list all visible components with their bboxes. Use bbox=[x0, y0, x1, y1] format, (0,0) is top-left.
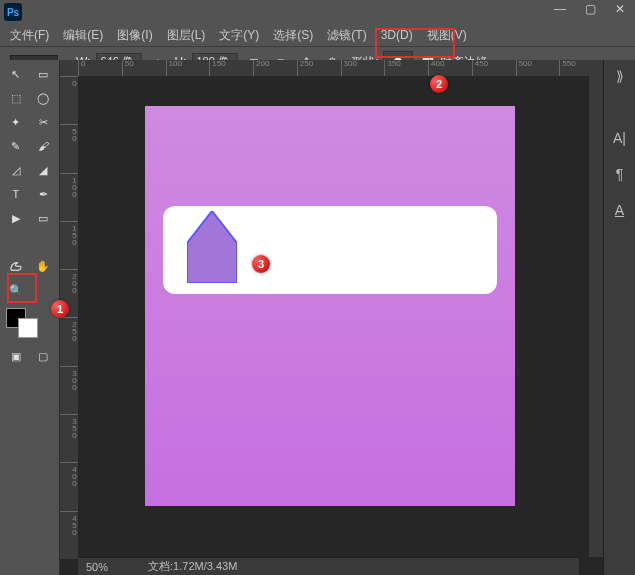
menu-3d[interactable]: 3D(D) bbox=[377, 26, 417, 44]
close-button[interactable]: ✕ bbox=[605, 0, 635, 18]
ruler-tick: 50 bbox=[60, 124, 78, 172]
scrollbar-vertical[interactable] bbox=[589, 76, 603, 557]
ruler-tick: 400 bbox=[60, 462, 78, 510]
ruler-tick: 0 bbox=[60, 76, 78, 124]
house-shape bbox=[187, 211, 237, 285]
canvas-area: 0 50 100 150 200 250 300 350 400 450 500… bbox=[60, 60, 603, 575]
move-tool[interactable]: ↖ bbox=[2, 62, 30, 86]
background-color[interactable] bbox=[18, 318, 38, 338]
minimize-button[interactable]: — bbox=[545, 0, 575, 18]
quick-select-tool[interactable]: ✦ bbox=[2, 110, 30, 134]
callout-3: 3 bbox=[252, 255, 270, 273]
ruler-corner bbox=[60, 60, 78, 76]
menu-image[interactable]: 图像(I) bbox=[113, 25, 156, 46]
ruler-tick: 350 bbox=[60, 414, 78, 462]
quickmask-tool[interactable]: ▣ bbox=[2, 344, 30, 368]
ruler-top: 0 50 100 150 200 250 300 350 400 450 500… bbox=[78, 60, 603, 76]
window: Ps — ▢ ✕ 文件(F) 编辑(E) 图像(I) 图层(L) 文字(Y) 选… bbox=[0, 0, 635, 575]
ruler-tick: 550 bbox=[559, 60, 603, 76]
ruler-tick: 150 bbox=[60, 221, 78, 269]
empty-tool bbox=[30, 278, 58, 302]
document[interactable] bbox=[145, 106, 515, 506]
ruler-tick: 0 bbox=[78, 60, 122, 76]
artboard-tool[interactable]: ▭ bbox=[30, 62, 58, 86]
menu-layer[interactable]: 图层(L) bbox=[163, 25, 210, 46]
ruler-tick: 500 bbox=[516, 60, 560, 76]
ruler-tick: 300 bbox=[60, 366, 78, 414]
titlebar: Ps — ▢ ✕ bbox=[0, 0, 635, 24]
gradient-tool[interactable]: ◢ bbox=[30, 158, 58, 182]
path-select-tool[interactable]: ▶ bbox=[2, 206, 30, 230]
menu-edit[interactable]: 编辑(E) bbox=[59, 25, 107, 46]
workspace: ↖ ▭ ⬚ ◯ ✦ ✂ ✎ 🖌 ◿ ◢ T ✒ bbox=[0, 60, 635, 575]
menubar: 文件(F) 编辑(E) 图像(I) 图层(L) 文字(Y) 选择(S) 滤镜(T… bbox=[0, 24, 635, 46]
menu-select[interactable]: 选择(S) bbox=[269, 25, 317, 46]
pen-tool[interactable]: ✒ bbox=[30, 182, 58, 206]
screenmode-tool[interactable]: ▢ bbox=[30, 344, 58, 368]
artboard-bg bbox=[145, 106, 515, 506]
menu-type[interactable]: 文字(Y) bbox=[215, 25, 263, 46]
marquee-tool[interactable]: ⬚ bbox=[2, 86, 30, 110]
tool-panel: ↖ ▭ ⬚ ◯ ✦ ✂ ✎ 🖌 ◿ ◢ T ✒ bbox=[0, 60, 60, 575]
brush-tool[interactable]: 🖌 bbox=[30, 134, 58, 158]
glyphs-panel-icon[interactable]: A bbox=[610, 200, 630, 220]
ruler-tick: 400 bbox=[428, 60, 472, 76]
character-panel-icon[interactable]: A| bbox=[610, 128, 630, 148]
callout-2: 2 bbox=[430, 75, 448, 93]
app-icon-text: Ps bbox=[7, 7, 19, 18]
menu-filter[interactable]: 滤镜(T) bbox=[323, 25, 370, 46]
ruler-tick: 250 bbox=[60, 317, 78, 365]
custom-shape-tool[interactable] bbox=[2, 254, 30, 278]
ruler-tick: 300 bbox=[341, 60, 385, 76]
panel-toggle-icon[interactable]: ⟫ bbox=[610, 66, 630, 86]
crop-tool[interactable]: ✂ bbox=[30, 110, 58, 134]
hand-tool[interactable]: ✋ bbox=[30, 254, 58, 278]
ruler-tick: 450 bbox=[60, 511, 78, 559]
eyedropper-tool[interactable]: ✎ bbox=[2, 134, 30, 158]
right-panel: ⟫ A| ¶ A bbox=[603, 60, 635, 575]
ruler-tick: 100 bbox=[166, 60, 210, 76]
type-tool[interactable]: T bbox=[2, 182, 30, 206]
app-icon: Ps bbox=[4, 3, 22, 21]
zoom-tool[interactable]: 🔍 bbox=[2, 278, 30, 302]
lasso-tool[interactable]: ◯ bbox=[30, 86, 58, 110]
ruler-tick: 350 bbox=[384, 60, 428, 76]
menu-file[interactable]: 文件(F) bbox=[6, 25, 53, 46]
doc-size: 文档:1.72M/3.43M bbox=[148, 559, 237, 574]
ruler-tick: 250 bbox=[297, 60, 341, 76]
window-controls: — ▢ ✕ bbox=[545, 0, 635, 18]
ruler-tick: 200 bbox=[253, 60, 297, 76]
ruler-tick: 100 bbox=[60, 173, 78, 221]
eraser-tool[interactable]: ◿ bbox=[2, 158, 30, 182]
ruler-tick: 50 bbox=[122, 60, 166, 76]
zoom-level[interactable]: 50% bbox=[86, 561, 108, 573]
callout-1: 1 bbox=[51, 300, 69, 318]
status-bar: 50% 文档:1.72M/3.43M bbox=[78, 557, 579, 575]
menu-view[interactable]: 视图(V) bbox=[423, 25, 471, 46]
ruler-tick: 450 bbox=[472, 60, 516, 76]
ruler-tick: 150 bbox=[209, 60, 253, 76]
paragraph-panel-icon[interactable]: ¶ bbox=[610, 164, 630, 184]
rect-tool[interactable]: ▭ bbox=[30, 206, 58, 230]
maximize-button[interactable]: ▢ bbox=[575, 0, 605, 18]
